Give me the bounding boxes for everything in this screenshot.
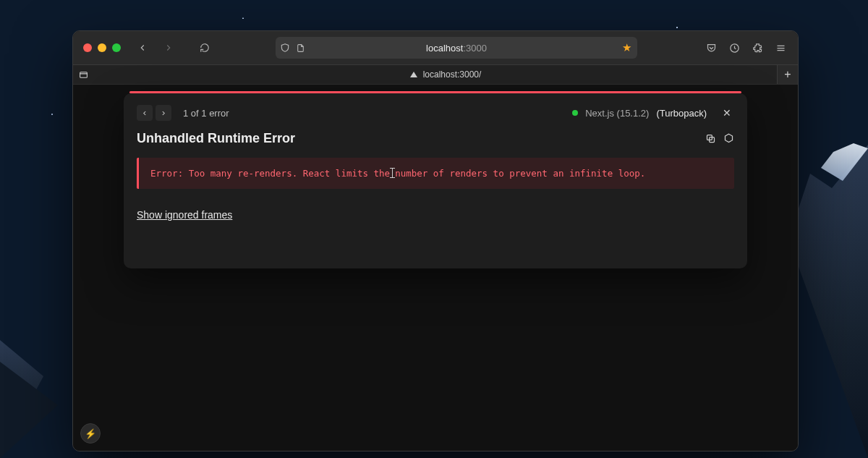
lightning-icon: ⚡ xyxy=(85,428,96,439)
show-ignored-frames-link[interactable]: Show ignored frames xyxy=(137,209,232,221)
account-icon[interactable] xyxy=(724,38,744,58)
svg-rect-4 xyxy=(80,72,87,77)
nextjs-error-overlay: 1 of 1 error Next.js (15.1.2) (Turbopack… xyxy=(124,93,747,268)
page-viewport: 1 of 1 error Next.js (15.1.2) (Turbopack… xyxy=(73,85,798,451)
pocket-icon[interactable] xyxy=(701,38,721,58)
nextjs-dev-indicator[interactable]: ⚡ xyxy=(80,423,101,444)
tracking-shield-icon[interactable] xyxy=(280,43,290,53)
active-tab[interactable]: localhost:3000/ xyxy=(93,69,798,80)
sidebar-toggle-icon[interactable] xyxy=(73,70,93,80)
error-prev-button[interactable] xyxy=(137,105,153,121)
tab-title-text: localhost:3000/ xyxy=(423,69,482,80)
tab-strip: localhost:3000/ + xyxy=(73,65,798,85)
bundler-label: (Turbopack) xyxy=(656,108,707,119)
framework-version: Next.js (15.1.2) xyxy=(585,108,649,119)
error-title: Unhandled Runtime Error xyxy=(137,131,705,146)
error-counter: 1 of 1 error xyxy=(183,108,229,119)
nav-forward-button[interactable] xyxy=(158,38,179,58)
browser-window: localhost:3000 ★ xyxy=(72,30,799,451)
bookmark-star-icon[interactable]: ★ xyxy=(622,41,631,54)
site-info-icon[interactable] xyxy=(296,43,305,53)
window-close-button[interactable] xyxy=(83,43,92,52)
address-bar-url: localhost:3000 xyxy=(426,43,487,54)
app-menu-icon[interactable] xyxy=(770,38,791,58)
window-minimize-button[interactable] xyxy=(98,43,106,52)
status-dot-icon xyxy=(572,110,578,116)
nav-back-button[interactable] xyxy=(132,38,153,58)
copy-error-icon[interactable] xyxy=(705,133,716,144)
traffic-lights xyxy=(83,43,121,52)
text-cursor-icon xyxy=(390,168,395,178)
error-message: Error: Too many re-renders. React limits… xyxy=(137,158,734,189)
new-tab-button[interactable]: + xyxy=(777,65,798,84)
overlay-close-button[interactable]: ✕ xyxy=(720,107,734,119)
nodejs-inspect-icon[interactable] xyxy=(723,133,734,144)
nav-reload-button[interactable] xyxy=(195,38,215,58)
extensions-icon[interactable] xyxy=(747,38,767,58)
framework-status: Next.js (15.1.2) (Turbopack) ✕ xyxy=(572,107,734,119)
nextjs-favicon xyxy=(410,72,417,77)
address-bar[interactable]: localhost:3000 ★ xyxy=(276,37,637,59)
error-next-button[interactable] xyxy=(156,105,171,121)
window-zoom-button[interactable] xyxy=(112,43,121,52)
browser-toolbar: localhost:3000 ★ xyxy=(73,31,798,65)
